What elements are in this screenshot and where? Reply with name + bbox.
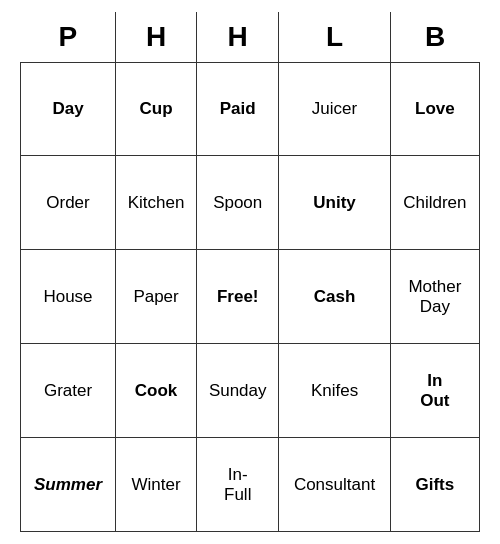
row-0: DayCupPaidJuicerLove — [21, 62, 480, 156]
header-col-4: B — [390, 12, 479, 62]
cell-4-3: Consultant — [279, 438, 390, 532]
header-col-3: L — [279, 12, 390, 62]
cell-2-4: MotherDay — [390, 250, 479, 344]
cell-1-0: Order — [21, 156, 116, 250]
bingo-table: PHHLB DayCupPaidJuicerLoveOrderKitchenSp… — [20, 12, 480, 532]
cell-2-0: House — [21, 250, 116, 344]
cell-4-2: In-Full — [197, 438, 279, 532]
cell-1-3: Unity — [279, 156, 390, 250]
row-2: HousePaperFree!CashMotherDay — [21, 250, 480, 344]
cell-0-4: Love — [390, 62, 479, 156]
header-col-0: P — [21, 12, 116, 62]
cell-4-1: Winter — [116, 438, 197, 532]
row-1: OrderKitchenSpoonUnityChildren — [21, 156, 480, 250]
cell-3-4: InOut — [390, 344, 479, 438]
bingo-card: PHHLB DayCupPaidJuicerLoveOrderKitchenSp… — [20, 12, 480, 532]
row-4: SummerWinterIn-FullConsultantGifts — [21, 438, 480, 532]
cell-4-0: Summer — [21, 438, 116, 532]
header-col-1: H — [116, 12, 197, 62]
cell-2-3: Cash — [279, 250, 390, 344]
cell-1-1: Kitchen — [116, 156, 197, 250]
cell-1-4: Children — [390, 156, 479, 250]
cell-3-2: Sunday — [197, 344, 279, 438]
header-col-2: H — [197, 12, 279, 62]
cell-3-0: Grater — [21, 344, 116, 438]
cell-4-4: Gifts — [390, 438, 479, 532]
cell-2-2: Free! — [197, 250, 279, 344]
cell-0-3: Juicer — [279, 62, 390, 156]
cell-1-2: Spoon — [197, 156, 279, 250]
cell-2-1: Paper — [116, 250, 197, 344]
cell-0-2: Paid — [197, 62, 279, 156]
row-3: GraterCookSundayKnifesInOut — [21, 344, 480, 438]
cell-0-0: Day — [21, 62, 116, 156]
cell-0-1: Cup — [116, 62, 197, 156]
header-row: PHHLB — [21, 12, 480, 62]
cell-3-1: Cook — [116, 344, 197, 438]
cell-3-3: Knifes — [279, 344, 390, 438]
